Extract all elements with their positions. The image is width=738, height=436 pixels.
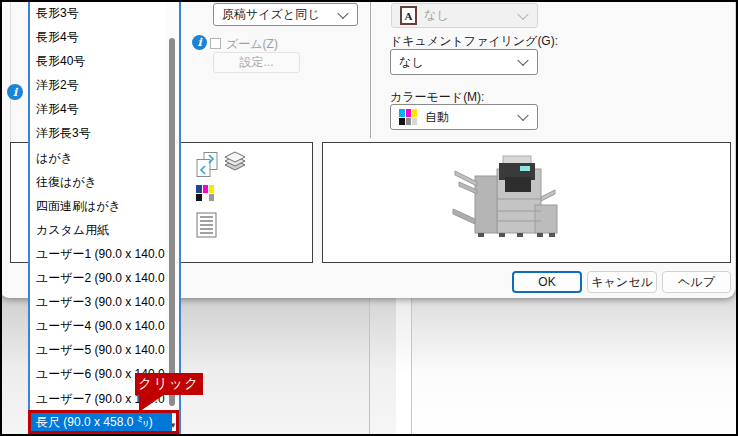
- zoom-settings-button: 設定...: [213, 52, 300, 73]
- paper-size-dropdown-popup: 長形3号長形4号長形40号洋形2号洋形4号洋形長3号はがき往復はがき四面連刷はが…: [28, 0, 181, 436]
- info-icon: i: [192, 35, 207, 50]
- list-item[interactable]: カスタム用紙: [30, 218, 165, 242]
- cmyk-color-icon: [399, 109, 417, 125]
- ok-button[interactable]: OK: [512, 271, 582, 293]
- chevron-down-icon: [517, 8, 528, 19]
- stamp-combobox: A なし: [391, 3, 538, 28]
- list-item[interactable]: ユーザー1 (90.0 x 140.0 ㍉): [30, 242, 165, 266]
- text-stamp-icon: A: [400, 6, 417, 25]
- list-item[interactable]: 洋形4号: [30, 97, 165, 121]
- background-divider: [411, 290, 412, 436]
- list-item[interactable]: 四面連刷はがき: [30, 194, 165, 218]
- cancel-button[interactable]: キャンセル: [587, 271, 657, 293]
- paper-size-list-items: 長形3号長形4号長形40号洋形2号洋形4号洋形長3号はがき往復はがき四面連刷はが…: [30, 1, 165, 411]
- chevron-down-icon: [517, 55, 528, 66]
- document-filing-label: ドキュメントファイリング(G):: [390, 33, 558, 50]
- background-divider: [369, 290, 370, 436]
- printer-preview-panel: [322, 142, 731, 263]
- scrollbar-thumb[interactable]: [169, 38, 175, 406]
- collate-pages-icon: [194, 151, 221, 179]
- list-item[interactable]: 洋形長3号: [30, 121, 165, 145]
- list-item[interactable]: 洋形2号: [30, 73, 165, 97]
- list-item[interactable]: ユーザー4 (90.0 x 140.0 ㍉): [30, 314, 165, 338]
- color-mode-value: 自動: [425, 109, 449, 126]
- group-edge: [10, 0, 11, 142]
- scrollbar[interactable]: ▼: [165, 0, 179, 436]
- paper-size-value: 原稿サイズと同じ: [222, 6, 319, 23]
- column-divider: [370, 0, 371, 138]
- printer-illustration: [451, 155, 561, 251]
- paper-stack-icon: [223, 151, 247, 174]
- document-filing-combobox[interactable]: なし: [390, 49, 538, 75]
- highlight-red-box: [28, 410, 179, 434]
- stamp-value: なし: [424, 7, 449, 24]
- color-mode-combobox[interactable]: 自動: [390, 104, 538, 130]
- printer-driver-screenshot: i 原稿サイズと同じ i ズーム(Z) 設定... A なし ドキュメントファイ…: [0, 0, 738, 436]
- click-callout: クリック: [135, 373, 203, 395]
- document-filing-value: なし: [399, 54, 424, 71]
- list-item[interactable]: 長形4号: [30, 25, 165, 49]
- list-item[interactable]: ユーザー5 (90.0 x 140.0 ㍉): [30, 338, 165, 362]
- document-icon: [196, 212, 217, 238]
- paper-size-combobox[interactable]: 原稿サイズと同じ: [213, 3, 358, 26]
- zoom-checkbox: [210, 38, 221, 49]
- chevron-down-icon: [337, 7, 348, 18]
- list-item[interactable]: 長形40号: [30, 49, 165, 73]
- color-settings-icon: [196, 185, 214, 201]
- list-item[interactable]: 長形3号: [30, 1, 165, 25]
- help-button[interactable]: ヘルプ: [662, 271, 731, 293]
- list-item[interactable]: ユーザー2 (90.0 x 140.0 ㍉): [30, 266, 165, 290]
- zoom-checkbox-label: ズーム(Z): [226, 36, 278, 53]
- chevron-down-icon: [517, 110, 528, 121]
- list-item[interactable]: 往復はがき: [30, 170, 165, 194]
- list-item[interactable]: はがき: [30, 146, 165, 170]
- list-item[interactable]: ユーザー3 (90.0 x 140.0 ㍉): [30, 290, 165, 314]
- info-icon: i: [7, 84, 23, 100]
